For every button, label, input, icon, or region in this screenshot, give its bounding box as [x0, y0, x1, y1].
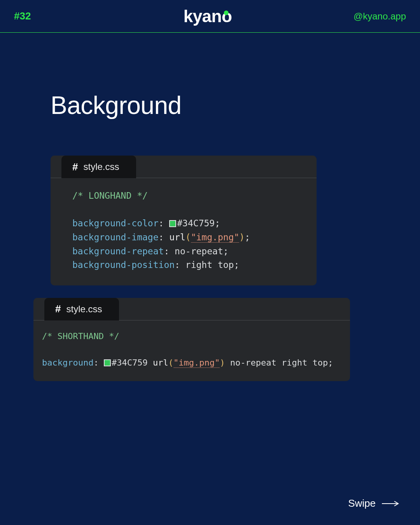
code-token: : no-repeat;: [164, 246, 228, 256]
file-tab: # style.css: [61, 156, 136, 178]
code-token: background: [42, 358, 93, 368]
code-token: (: [186, 232, 191, 242]
color-swatch-icon: [104, 359, 111, 366]
code-token: :: [159, 232, 170, 242]
main-content: Background # style.css /* LONGHAND */ ba…: [0, 33, 420, 381]
code-token: url: [153, 358, 168, 368]
color-swatch-icon: [169, 220, 176, 227]
social-handle: @kyano.app: [354, 11, 406, 22]
logo-dot-icon: [224, 10, 228, 15]
file-name: style.css: [83, 161, 119, 172]
file-name: style.css: [66, 304, 102, 315]
file-tab: # style.css: [44, 298, 119, 320]
code-comment: /* SHORTHAND */: [42, 331, 119, 341]
code-token: background-image: [72, 232, 159, 242]
hash-icon: #: [55, 303, 61, 315]
code-token: (: [168, 358, 173, 368]
code-token: background-repeat: [72, 246, 164, 256]
code-token: background-color: [72, 218, 159, 228]
code-token: :: [159, 218, 170, 228]
code-token: : right top;: [175, 260, 239, 270]
code-body: /* SHORTHAND */ background: #34C759 url(…: [33, 320, 350, 381]
code-token: ): [239, 232, 245, 242]
tab-bar: # style.css: [33, 298, 350, 320]
code-block-longhand: # style.css /* LONGHAND */ background-co…: [51, 156, 317, 285]
code-token: ): [220, 358, 225, 368]
code-token: url: [169, 232, 186, 242]
swipe-label: Swipe: [348, 497, 376, 509]
code-body: /* LONGHAND */ background-color: #34C759…: [51, 178, 317, 285]
code-token: #34C759: [112, 358, 153, 368]
code-token: background-position: [72, 260, 175, 270]
slide-number: #32: [14, 10, 31, 22]
code-token: :: [93, 358, 104, 368]
hash-icon: #: [72, 161, 78, 173]
page-title: Background: [51, 91, 369, 120]
code-block-shorthand: # style.css /* SHORTHAND */ background: …: [33, 298, 350, 381]
arrow-right-icon: [382, 501, 399, 506]
code-token: "img.png": [191, 232, 240, 243]
code-token: #34C759;: [177, 218, 220, 228]
code-token: ;: [245, 232, 250, 242]
code-token: no-repeat right top;: [225, 358, 333, 368]
tab-bar: # style.css: [51, 156, 317, 178]
header: #32 kyano @kyano.app: [0, 0, 420, 33]
logo: kyano: [184, 7, 237, 26]
swipe-hint: Swipe: [348, 497, 399, 509]
code-token: "img.png": [173, 358, 220, 368]
logo-text: kyano: [184, 7, 232, 26]
code-comment: /* LONGHAND */: [72, 191, 148, 201]
